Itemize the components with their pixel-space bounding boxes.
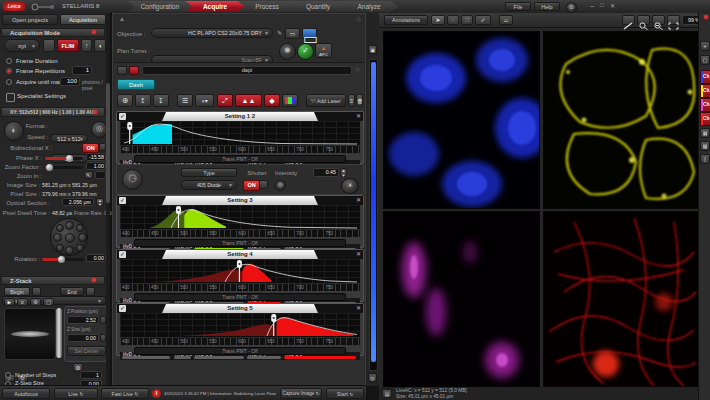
shutter-toggle-off[interactable]: [259, 180, 268, 189]
trans-pmt-4[interactable]: Trans PMT - Off: [134, 347, 346, 355]
mode-select[interactable]: xyt▼: [4, 39, 40, 52]
left-panel-scrollbar[interactable]: [106, 13, 110, 385]
trans-pmt-3[interactable]: Trans PMT - Off: [134, 293, 346, 301]
tab-acquire[interactable]: Acquire: [185, 1, 245, 12]
close-icon[interactable]: ✕: [356, 304, 361, 311]
scan-dial-icon[interactable]: ◐: [4, 121, 24, 141]
xy-section-header[interactable]: XY: 512x512 | 600 Hz | 1.00 | 1.00 AU: [1, 107, 105, 117]
fit-view-button[interactable]: [667, 15, 680, 25]
dye-pin-icon[interactable]: ☉: [355, 66, 360, 73]
close-icon[interactable]: ✕: [356, 250, 361, 257]
tab-open-projects[interactable]: Open projects: [2, 14, 58, 25]
fast-live-button[interactable]: Fast Live ↻: [101, 388, 149, 399]
image-channel-yellow[interactable]: [543, 31, 700, 209]
dye-name-field[interactable]: dapi: [142, 66, 352, 75]
tab-process[interactable]: Process: [238, 1, 296, 12]
minimize-button[interactable]: –: [590, 2, 594, 9]
detector-range-bar[interactable]: [174, 356, 191, 359]
live-button[interactable]: Live ↻: [54, 388, 98, 399]
pin-icon[interactable]: ☉: [356, 16, 361, 23]
resolution-button[interactable]: ◖: [94, 39, 106, 52]
delete-button[interactable]: 🗑: [356, 94, 363, 107]
setting-checkbox[interactable]: ✓: [119, 251, 126, 258]
acquisition-mode-header[interactable]: Acquisition Mode: [1, 28, 105, 37]
zstack-tool-1[interactable]: ▶: [4, 298, 15, 306]
zstack-tool-4[interactable]: ▢: [43, 298, 54, 306]
laser-power-icon[interactable]: ⚆: [122, 169, 143, 190]
zstack-end-set[interactable]: [86, 287, 95, 296]
zoom-factor-field[interactable]: 1.00: [86, 162, 106, 170]
phase-slider[interactable]: [45, 157, 83, 160]
dash-button[interactable]: Dash: [117, 79, 155, 90]
load-setting-button[interactable]: ↥: [135, 94, 151, 107]
number-of-steps-radio[interactable]: [5, 372, 11, 378]
objective-select[interactable]: HC PL APO CS2 20x/0.75 DRY▼: [151, 28, 273, 38]
image-channel-magenta[interactable]: [383, 211, 540, 389]
setting-name[interactable]: Setting 5: [162, 304, 318, 313]
laser-type-select[interactable]: 405 Diode▼: [181, 180, 237, 190]
setting-name[interactable]: Setting 1 2: [162, 112, 318, 121]
capture-image-button[interactable]: Capture Image ↻: [280, 388, 322, 399]
eraser-button[interactable]: ◆: [264, 94, 280, 107]
tab-acquisition[interactable]: Acquisition: [60, 14, 106, 25]
channel-button-1[interactable]: Ch1: [700, 70, 710, 84]
blue-screen-button[interactable]: ▭: [302, 28, 317, 39]
zstack-tool-3[interactable]: ⚙: [30, 298, 41, 306]
trans-pmt-1[interactable]: Trans PMT - Off: [134, 155, 346, 163]
settings-gear-icon[interactable]: ⚙: [566, 2, 577, 13]
rect-tool-button[interactable]: □: [447, 15, 459, 25]
pointer-tool-button[interactable]: ➤: [431, 15, 445, 25]
collapse-chevron-icon[interactable]: ▲: [119, 16, 125, 22]
spectrum-setting-1[interactable]: [120, 121, 360, 145]
close-icon[interactable]: ✕: [356, 196, 361, 203]
mode-extra-button[interactable]: [43, 39, 55, 52]
copy-tool-button[interactable]: ❐: [461, 15, 473, 25]
acquire-until-radio[interactable]: [6, 79, 12, 85]
z-position-field[interactable]: 2.52: [67, 316, 99, 324]
spectrum-setting-4[interactable]: [120, 259, 360, 283]
pivot-button[interactable]: ⤢: [217, 94, 233, 107]
frame-repetitions-radio[interactable]: [6, 68, 12, 74]
tab-configuration[interactable]: Configuration: [128, 1, 192, 12]
detector-range-bar[interactable]: [194, 356, 244, 359]
zstack-end-button[interactable]: End: [60, 287, 84, 296]
rotation-slider[interactable]: [42, 258, 84, 261]
layers-button[interactable]: ☰: [177, 94, 193, 107]
menu-help[interactable]: Help: [534, 2, 560, 11]
overlay-button[interactable]: ▦: [700, 128, 710, 138]
frame-duration-radio[interactable]: [6, 58, 12, 64]
number-of-steps-field[interactable]: 1: [80, 371, 102, 379]
annotations-button[interactable]: Annotations: [384, 15, 428, 25]
add-laser-button[interactable]: ⤲ Add Laser: [306, 94, 346, 107]
zstack-section-header[interactable]: Z-Stack: [1, 276, 105, 285]
spectra-view-button[interactable]: ▲▲: [235, 94, 262, 107]
new-setting-button[interactable]: ⊕: [117, 94, 133, 107]
list-button[interactable]: ≡: [348, 94, 355, 107]
optical-section-stepper[interactable]: ▲▼: [96, 198, 104, 206]
zstack-begin-button[interactable]: Begin: [4, 287, 30, 296]
intensity-field[interactable]: 0.45: [313, 168, 339, 177]
shutter-toggle[interactable]: ON: [243, 180, 260, 191]
acquire-until-field[interactable]: 100: [60, 77, 80, 86]
set-center-button[interactable]: Set Center: [67, 346, 106, 356]
afc-button[interactable]: ▲AFC: [315, 43, 332, 58]
maximize-button[interactable]: □: [600, 2, 604, 8]
add-view-button[interactable]: +: [700, 41, 710, 51]
objective-edit-icon[interactable]: ✎: [277, 29, 282, 36]
zstack-begin-set[interactable]: [32, 287, 41, 296]
zoom-in-button[interactable]: ↖: [84, 171, 93, 179]
menu-file[interactable]: File: [505, 2, 531, 11]
detector-range-bar[interactable]: [284, 356, 356, 359]
z-size-field[interactable]: 0.00: [67, 334, 99, 342]
start-button[interactable]: Start ↻: [326, 388, 364, 399]
trans-pmt-2[interactable]: Trans PMT - Off: [134, 239, 346, 247]
flim-button[interactable]: FLIM: [57, 39, 79, 52]
channel-button-2[interactable]: Ch2: [700, 84, 710, 98]
setting-name[interactable]: Setting 3: [162, 196, 318, 205]
spectrum-setting-3[interactable]: [120, 205, 360, 229]
image-channel-blue[interactable]: [383, 31, 540, 209]
apply-tool-button[interactable]: ✓: [475, 15, 491, 25]
pen-tool-button[interactable]: [622, 15, 635, 25]
spectrum-setting-5[interactable]: [120, 313, 360, 337]
intensity-stepper[interactable]: ▲▼: [340, 168, 347, 177]
